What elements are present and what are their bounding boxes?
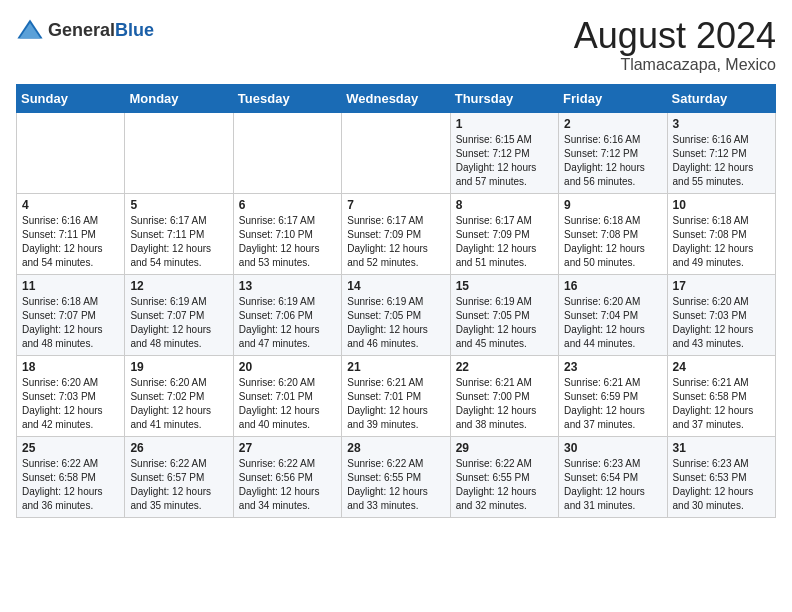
weekday-header-thursday: Thursday	[450, 84, 558, 112]
day-number: 13	[239, 279, 336, 293]
weekday-header-friday: Friday	[559, 84, 667, 112]
weekday-header-row: SundayMondayTuesdayWednesdayThursdayFrid…	[17, 84, 776, 112]
calendar-cell: 7Sunrise: 6:17 AMSunset: 7:09 PMDaylight…	[342, 193, 450, 274]
day-info: Sunrise: 6:19 AMSunset: 7:06 PMDaylight:…	[239, 295, 336, 351]
day-info: Sunrise: 6:18 AMSunset: 7:08 PMDaylight:…	[564, 214, 661, 270]
header: GeneralBlue August 2024 Tlamacazapa, Mex…	[16, 16, 776, 74]
calendar-cell: 22Sunrise: 6:21 AMSunset: 7:00 PMDayligh…	[450, 355, 558, 436]
day-number: 4	[22, 198, 119, 212]
day-info: Sunrise: 6:22 AMSunset: 6:56 PMDaylight:…	[239, 457, 336, 513]
calendar-title: August 2024	[574, 16, 776, 56]
day-number: 6	[239, 198, 336, 212]
week-row-3: 11Sunrise: 6:18 AMSunset: 7:07 PMDayligh…	[17, 274, 776, 355]
day-info: Sunrise: 6:21 AMSunset: 6:59 PMDaylight:…	[564, 376, 661, 432]
calendar-cell: 15Sunrise: 6:19 AMSunset: 7:05 PMDayligh…	[450, 274, 558, 355]
calendar-cell: 13Sunrise: 6:19 AMSunset: 7:06 PMDayligh…	[233, 274, 341, 355]
day-info: Sunrise: 6:20 AMSunset: 7:03 PMDaylight:…	[673, 295, 770, 351]
day-number: 28	[347, 441, 444, 455]
calendar-cell: 29Sunrise: 6:22 AMSunset: 6:55 PMDayligh…	[450, 436, 558, 517]
day-number: 26	[130, 441, 227, 455]
day-number: 21	[347, 360, 444, 374]
day-info: Sunrise: 6:22 AMSunset: 6:58 PMDaylight:…	[22, 457, 119, 513]
day-info: Sunrise: 6:16 AMSunset: 7:11 PMDaylight:…	[22, 214, 119, 270]
calendar-cell: 8Sunrise: 6:17 AMSunset: 7:09 PMDaylight…	[450, 193, 558, 274]
logo-general-text: General	[48, 20, 115, 40]
day-number: 2	[564, 117, 661, 131]
day-number: 5	[130, 198, 227, 212]
week-row-4: 18Sunrise: 6:20 AMSunset: 7:03 PMDayligh…	[17, 355, 776, 436]
calendar-cell: 30Sunrise: 6:23 AMSunset: 6:54 PMDayligh…	[559, 436, 667, 517]
day-info: Sunrise: 6:16 AMSunset: 7:12 PMDaylight:…	[673, 133, 770, 189]
day-info: Sunrise: 6:20 AMSunset: 7:02 PMDaylight:…	[130, 376, 227, 432]
day-info: Sunrise: 6:17 AMSunset: 7:10 PMDaylight:…	[239, 214, 336, 270]
day-info: Sunrise: 6:22 AMSunset: 6:55 PMDaylight:…	[456, 457, 553, 513]
weekday-header-wednesday: Wednesday	[342, 84, 450, 112]
day-info: Sunrise: 6:23 AMSunset: 6:53 PMDaylight:…	[673, 457, 770, 513]
calendar-cell: 12Sunrise: 6:19 AMSunset: 7:07 PMDayligh…	[125, 274, 233, 355]
day-info: Sunrise: 6:21 AMSunset: 7:00 PMDaylight:…	[456, 376, 553, 432]
day-number: 27	[239, 441, 336, 455]
calendar-cell: 6Sunrise: 6:17 AMSunset: 7:10 PMDaylight…	[233, 193, 341, 274]
calendar-cell: 4Sunrise: 6:16 AMSunset: 7:11 PMDaylight…	[17, 193, 125, 274]
day-info: Sunrise: 6:21 AMSunset: 6:58 PMDaylight:…	[673, 376, 770, 432]
day-info: Sunrise: 6:18 AMSunset: 7:08 PMDaylight:…	[673, 214, 770, 270]
calendar-cell: 21Sunrise: 6:21 AMSunset: 7:01 PMDayligh…	[342, 355, 450, 436]
day-info: Sunrise: 6:15 AMSunset: 7:12 PMDaylight:…	[456, 133, 553, 189]
day-number: 7	[347, 198, 444, 212]
logo-wordmark: GeneralBlue	[48, 20, 154, 41]
day-number: 24	[673, 360, 770, 374]
calendar-cell	[233, 112, 341, 193]
weekday-header-saturday: Saturday	[667, 84, 775, 112]
calendar-cell: 18Sunrise: 6:20 AMSunset: 7:03 PMDayligh…	[17, 355, 125, 436]
day-info: Sunrise: 6:23 AMSunset: 6:54 PMDaylight:…	[564, 457, 661, 513]
day-info: Sunrise: 6:19 AMSunset: 7:05 PMDaylight:…	[456, 295, 553, 351]
day-info: Sunrise: 6:22 AMSunset: 6:55 PMDaylight:…	[347, 457, 444, 513]
day-info: Sunrise: 6:20 AMSunset: 7:01 PMDaylight:…	[239, 376, 336, 432]
day-info: Sunrise: 6:20 AMSunset: 7:04 PMDaylight:…	[564, 295, 661, 351]
calendar-cell: 10Sunrise: 6:18 AMSunset: 7:08 PMDayligh…	[667, 193, 775, 274]
day-number: 30	[564, 441, 661, 455]
calendar-cell: 5Sunrise: 6:17 AMSunset: 7:11 PMDaylight…	[125, 193, 233, 274]
day-number: 10	[673, 198, 770, 212]
day-number: 17	[673, 279, 770, 293]
day-number: 25	[22, 441, 119, 455]
day-info: Sunrise: 6:20 AMSunset: 7:03 PMDaylight:…	[22, 376, 119, 432]
day-number: 11	[22, 279, 119, 293]
day-number: 16	[564, 279, 661, 293]
day-number: 20	[239, 360, 336, 374]
logo-icon	[16, 16, 44, 44]
calendar-cell: 28Sunrise: 6:22 AMSunset: 6:55 PMDayligh…	[342, 436, 450, 517]
day-info: Sunrise: 6:17 AMSunset: 7:09 PMDaylight:…	[347, 214, 444, 270]
calendar-cell: 11Sunrise: 6:18 AMSunset: 7:07 PMDayligh…	[17, 274, 125, 355]
day-number: 31	[673, 441, 770, 455]
calendar-cell: 25Sunrise: 6:22 AMSunset: 6:58 PMDayligh…	[17, 436, 125, 517]
day-info: Sunrise: 6:21 AMSunset: 7:01 PMDaylight:…	[347, 376, 444, 432]
calendar-cell: 9Sunrise: 6:18 AMSunset: 7:08 PMDaylight…	[559, 193, 667, 274]
day-number: 15	[456, 279, 553, 293]
calendar-cell: 24Sunrise: 6:21 AMSunset: 6:58 PMDayligh…	[667, 355, 775, 436]
weekday-header-tuesday: Tuesday	[233, 84, 341, 112]
calendar-subtitle: Tlamacazapa, Mexico	[574, 56, 776, 74]
day-info: Sunrise: 6:17 AMSunset: 7:09 PMDaylight:…	[456, 214, 553, 270]
calendar-cell: 1Sunrise: 6:15 AMSunset: 7:12 PMDaylight…	[450, 112, 558, 193]
calendar-cell	[342, 112, 450, 193]
calendar-cell: 19Sunrise: 6:20 AMSunset: 7:02 PMDayligh…	[125, 355, 233, 436]
calendar-cell: 3Sunrise: 6:16 AMSunset: 7:12 PMDaylight…	[667, 112, 775, 193]
calendar-cell: 14Sunrise: 6:19 AMSunset: 7:05 PMDayligh…	[342, 274, 450, 355]
calendar-cell: 27Sunrise: 6:22 AMSunset: 6:56 PMDayligh…	[233, 436, 341, 517]
week-row-1: 1Sunrise: 6:15 AMSunset: 7:12 PMDaylight…	[17, 112, 776, 193]
calendar-cell: 31Sunrise: 6:23 AMSunset: 6:53 PMDayligh…	[667, 436, 775, 517]
calendar-cell	[17, 112, 125, 193]
day-number: 29	[456, 441, 553, 455]
day-number: 1	[456, 117, 553, 131]
day-number: 14	[347, 279, 444, 293]
day-number: 22	[456, 360, 553, 374]
logo: GeneralBlue	[16, 16, 154, 44]
day-info: Sunrise: 6:18 AMSunset: 7:07 PMDaylight:…	[22, 295, 119, 351]
calendar-cell: 23Sunrise: 6:21 AMSunset: 6:59 PMDayligh…	[559, 355, 667, 436]
day-number: 19	[130, 360, 227, 374]
calendar-cell: 26Sunrise: 6:22 AMSunset: 6:57 PMDayligh…	[125, 436, 233, 517]
day-info: Sunrise: 6:19 AMSunset: 7:07 PMDaylight:…	[130, 295, 227, 351]
weekday-header-sunday: Sunday	[17, 84, 125, 112]
week-row-2: 4Sunrise: 6:16 AMSunset: 7:11 PMDaylight…	[17, 193, 776, 274]
